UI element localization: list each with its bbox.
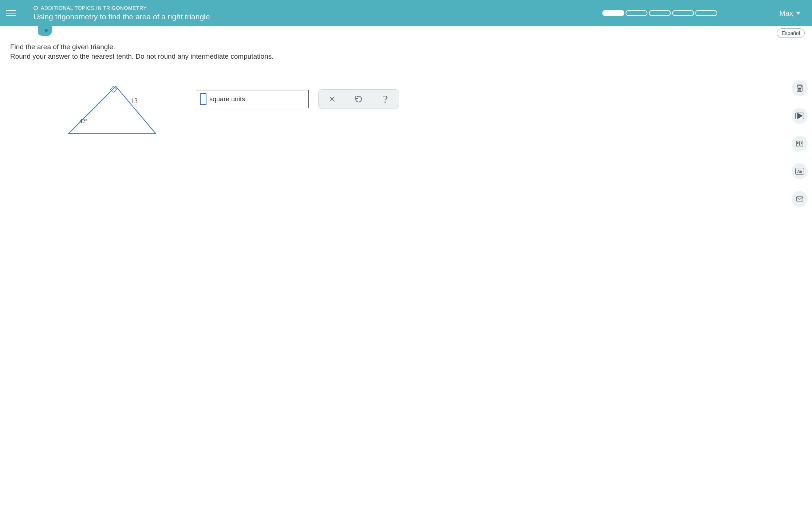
title-block: ADDITIONAL TOPICS IN TRIGONOMETRY Using … (33, 5, 210, 21)
svg-marker-0 (68, 86, 156, 134)
message-button[interactable] (792, 191, 808, 207)
calculator-button[interactable] (792, 80, 808, 96)
menu-icon[interactable] (6, 6, 20, 20)
chevron-down-icon (44, 30, 48, 32)
circle-icon (33, 6, 38, 10)
unit-label: square units (209, 95, 245, 103)
svg-rect-1 (110, 86, 117, 93)
svg-point-8 (800, 88, 801, 89)
play-button[interactable] (792, 108, 808, 124)
progress-pill (672, 10, 694, 16)
angle-label: 42° (79, 118, 87, 125)
text-size-button[interactable]: Aa (792, 163, 808, 179)
clear-button[interactable] (323, 92, 341, 106)
app-header: ADDITIONAL TOPICS IN TRIGONOMETRY Using … (0, 0, 812, 26)
page-title: Using trigonometry to find the area of a… (33, 12, 210, 21)
language-button[interactable]: Español (777, 28, 805, 38)
help-button[interactable]: ? (377, 92, 394, 106)
breadcrumb: ADDITIONAL TOPICS IN TRIGONOMETRY (33, 5, 210, 11)
sub-bar: Español (0, 26, 812, 37)
prompt-line: Find the area of the given triangle. (10, 42, 802, 52)
workspace: 13 42° square units ? (10, 83, 802, 177)
svg-rect-19 (796, 197, 803, 201)
side-toolbar: Aa (792, 80, 808, 207)
svg-point-6 (798, 88, 799, 89)
ebook-button[interactable] (792, 136, 808, 152)
svg-point-7 (799, 88, 800, 89)
progress-indicator (602, 0, 717, 26)
question-prompt: Find the area of the given triangle. Rou… (10, 42, 802, 61)
svg-rect-5 (798, 86, 801, 87)
content-area: Find the area of the given triangle. Rou… (0, 37, 812, 192)
progress-pill (626, 10, 647, 16)
user-name: Max (779, 9, 793, 17)
reset-button[interactable] (350, 92, 367, 106)
side-length-label: 13 (131, 97, 138, 105)
user-menu[interactable]: Max (779, 0, 800, 26)
svg-point-10 (799, 90, 800, 90)
progress-pill (602, 10, 624, 16)
action-bar: ? (318, 89, 399, 109)
svg-point-11 (800, 90, 801, 90)
answer-box[interactable]: square units (196, 90, 309, 108)
progress-pill (695, 10, 717, 16)
prompt-line: Round your answer to the nearest tenth. … (10, 52, 802, 61)
chevron-down-icon (796, 12, 800, 15)
triangle-figure (65, 83, 159, 139)
answer-input[interactable] (200, 93, 206, 105)
expand-tab-button[interactable] (38, 26, 52, 36)
svg-marker-12 (797, 113, 803, 119)
progress-pill (649, 10, 671, 16)
breadcrumb-text: ADDITIONAL TOPICS IN TRIGONOMETRY (41, 5, 147, 11)
svg-point-9 (798, 90, 799, 90)
